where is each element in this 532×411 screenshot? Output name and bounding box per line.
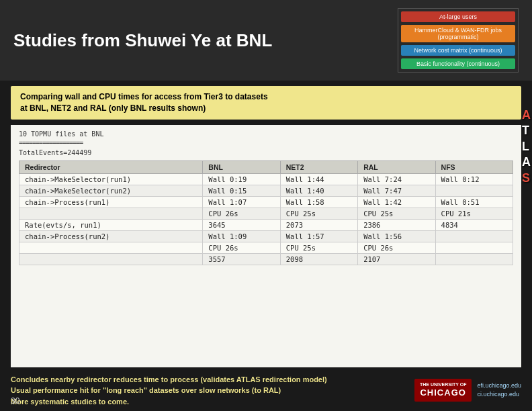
conclusion-line: More systematic studies to come.	[11, 396, 414, 408]
cell-nfs	[435, 230, 513, 242]
cell-net2: Wall 1:57	[280, 230, 357, 242]
atlas-letter-t: T	[522, 123, 531, 138]
cell-ral: CPU 26s	[358, 242, 435, 253]
page-title: Studies from Shuwei Ye at BNL	[13, 30, 398, 51]
atlas-letter-a2: A	[522, 154, 531, 170]
legend-panel: At-large usersHammerCloud & WAN-FDR jobs…	[398, 8, 519, 73]
legend-item: Basic functionality (continuous)	[401, 58, 515, 69]
main-content: 10 TOPMU files at BNL ==================…	[11, 125, 521, 367]
footer-links: efi.uchicago.educi.uchicago.edu	[477, 381, 521, 400]
chicago-logo: THE UNIVERSITY OF CHICAGO	[414, 379, 472, 402]
conclusion-line: Concludes nearby redirector reduces time…	[11, 374, 414, 385]
cell-bnl: Wall 1:07	[203, 196, 280, 208]
cell-net2: CPU 25s	[280, 208, 357, 219]
cell-bnl: Wall 0:19	[203, 173, 280, 185]
cell-nfs: Wall 0:12	[435, 173, 513, 185]
cell-cmd: chain->MakeSelector(run2)	[19, 185, 203, 196]
cell-cmd: chain->Process(run2)	[19, 230, 203, 242]
cell-net2: Wall 1:40	[280, 185, 357, 196]
header: Studies from Shuwei Ye at BNL At-large u…	[0, 0, 532, 81]
table-header-cell: NFS	[435, 161, 513, 173]
atlas-letter-l: L	[522, 139, 531, 154]
cell-bnl: Wall 0:15	[203, 185, 280, 196]
footer-link: ci.uchicago.edu	[477, 390, 521, 400]
footer: Concludes nearby redirector reduces time…	[0, 370, 532, 412]
cell-ral: 2107	[358, 253, 435, 265]
chicago-label-bottom: CHICAGO	[420, 387, 467, 399]
table-header-cell: RAL	[358, 161, 435, 173]
cell-ral: Wall 1:56	[358, 230, 435, 242]
cell-bnl: 3645	[203, 219, 280, 230]
table-row: chain->MakeSelector(run2)Wall 0:15Wall 1…	[19, 185, 513, 196]
cell-nfs: CPU 21s	[435, 208, 513, 219]
total-events: TotalEvents=244499	[19, 149, 513, 156]
cell-cmd: Rate(evts/s, run1)	[19, 219, 203, 230]
cell-ral: Wall 1:42	[358, 196, 435, 208]
table-row: 355720982107	[19, 253, 513, 265]
cell-bnl: CPU 26s	[203, 242, 280, 253]
cell-net2: Wall 1:44	[280, 173, 357, 185]
cell-nfs: 4834	[435, 219, 513, 230]
table-body: chain->MakeSelector(run1)Wall 0:19Wall 1…	[19, 173, 513, 265]
table-row: chain->Process(run2)Wall 1:09Wall 1:57Wa…	[19, 230, 513, 242]
subtitle-line1: Comparing wall and CPU times for access …	[20, 92, 268, 101]
table-row: chain->Process(run1)Wall 1:07Wall 1:58Wa…	[19, 196, 513, 208]
cell-ral: Wall 7:24	[358, 173, 435, 185]
table-header: RedirectorBNLNET2RALNFS	[19, 161, 513, 173]
data-table: RedirectorBNLNET2RALNFS chain->MakeSelec…	[19, 161, 513, 265]
cell-bnl: CPU 26s	[203, 208, 280, 219]
cell-net2: 2098	[280, 253, 357, 265]
footer-logos: THE UNIVERSITY OF CHICAGO efi.uchicago.e…	[414, 379, 521, 402]
footer-conclusions: Concludes nearby redirector reduces time…	[11, 374, 414, 408]
cell-ral: Wall 7:47	[358, 185, 435, 196]
cell-bnl: 3557	[203, 253, 280, 265]
page-number: 30	[11, 396, 19, 406]
legend-item: At-large users	[401, 11, 515, 22]
divider: ===================	[19, 139, 513, 146]
cell-bnl: Wall 1:09	[203, 230, 280, 242]
cell-net2: CPU 25s	[280, 242, 357, 253]
cell-net2: 2073	[280, 219, 357, 230]
cell-nfs	[435, 242, 513, 253]
atlas-letter-s: S	[522, 171, 531, 186]
cell-nfs	[435, 185, 513, 196]
cell-ral: 2386	[358, 219, 435, 230]
cell-cmd	[19, 208, 203, 219]
table-row: chain->MakeSelector(run1)Wall 0:19Wall 1…	[19, 173, 513, 185]
footer-link: efi.uchicago.edu	[477, 381, 521, 391]
cell-nfs: Wall 0:51	[435, 196, 513, 208]
subtitle-box: Comparing wall and CPU times for access …	[11, 86, 521, 120]
cell-cmd: chain->MakeSelector(run1)	[19, 173, 203, 185]
table-header-cell: NET2	[280, 161, 357, 173]
atlas-letter-a: A	[522, 107, 531, 123]
cell-cmd: chain->Process(run1)	[19, 196, 203, 208]
cell-ral: CPU 25s	[358, 208, 435, 219]
file-info: 10 TOPMU files at BNL	[19, 130, 513, 138]
subtitle-line2: at BNL, NET2 and RAL (only BNL results s…	[20, 103, 206, 113]
chicago-label-top: THE UNIVERSITY OF	[420, 381, 467, 387]
atlas-letters: A T L A S	[522, 107, 531, 186]
cell-net2: Wall 1:58	[280, 196, 357, 208]
conclusion-line: Usual performance hit for "long reach" d…	[11, 385, 414, 396]
cell-nfs	[435, 253, 513, 265]
cell-cmd	[19, 253, 203, 265]
table-header-cell: BNL	[203, 161, 280, 173]
table-row: Rate(evts/s, run1)3645207323864834	[19, 219, 513, 230]
table-header-cell: Redirector	[19, 161, 203, 173]
slide: Studies from Shuwei Ye at BNL At-large u…	[0, 0, 532, 411]
table-row: CPU 26sCPU 25sCPU 26s	[19, 242, 513, 253]
legend-item: HammerCloud & WAN-FDR jobs (programmatic…	[401, 25, 515, 42]
cell-cmd	[19, 242, 203, 253]
table-row: CPU 26sCPU 25sCPU 25sCPU 21s	[19, 208, 513, 219]
legend-item: Network cost matrix (continuous)	[401, 45, 515, 56]
header-row: RedirectorBNLNET2RALNFS	[19, 161, 513, 173]
